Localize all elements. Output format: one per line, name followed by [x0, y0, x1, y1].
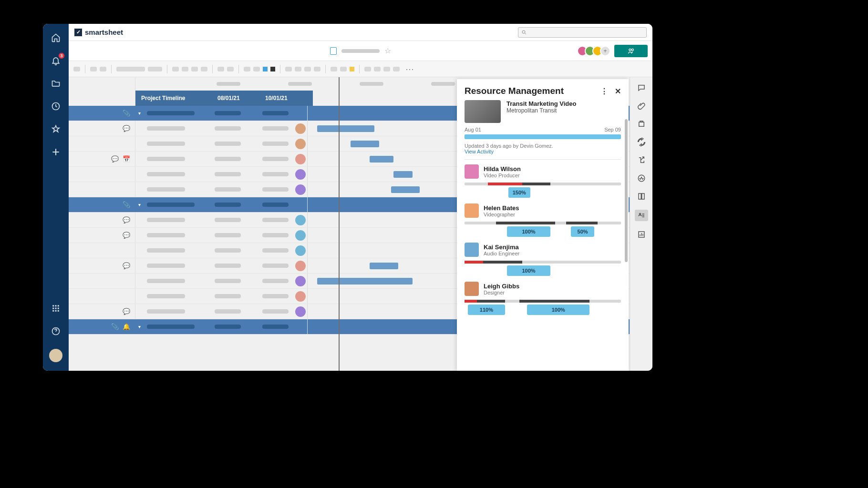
column-header[interactable]: 08/01/21	[212, 95, 259, 102]
folder-icon[interactable]	[51, 78, 61, 89]
assignee-avatar[interactable]	[295, 306, 306, 317]
update-requests-icon[interactable]	[637, 137, 646, 147]
assignee-avatar[interactable]	[295, 230, 306, 241]
cal-icon[interactable]: 📅	[123, 155, 130, 163]
collaborator-avatars[interactable]: +	[580, 46, 610, 56]
assignee-avatar[interactable]	[295, 261, 306, 271]
person-card: Kai SenjimaAudio Engineer100%	[465, 243, 621, 275]
comment-icon[interactable]: 💬	[111, 155, 119, 163]
gantt-bar[interactable]	[370, 156, 393, 163]
tool-button[interactable]	[331, 67, 337, 71]
assignee-avatar[interactable]	[295, 215, 306, 225]
tool-button[interactable]	[201, 67, 207, 71]
search-input[interactable]	[518, 27, 647, 38]
svg-rect-17	[641, 193, 644, 199]
create-icon[interactable]	[51, 147, 61, 157]
tool-button[interactable]	[227, 67, 234, 71]
tool-button[interactable]	[73, 67, 80, 71]
allocation-chip[interactable]: 100%	[527, 305, 589, 315]
favorites-icon[interactable]	[51, 124, 61, 134]
comment-icon[interactable]: 💬	[123, 216, 130, 224]
tool-button[interactable]	[172, 67, 179, 71]
work-insights-icon[interactable]	[637, 230, 646, 239]
allocation-chip[interactable]: 110%	[468, 305, 506, 315]
avatar-more[interactable]: +	[600, 46, 610, 56]
comment-icon[interactable]: 💬	[123, 125, 130, 132]
assignee-avatar[interactable]	[295, 169, 306, 180]
assignee-avatar[interactable]	[295, 184, 306, 195]
comment-icon[interactable]: 💬	[123, 308, 130, 315]
column-header[interactable]: Project Timeline	[135, 95, 212, 102]
person-name: Hilda Wilson	[484, 165, 521, 173]
gantt-bar[interactable]	[317, 278, 413, 285]
apps-icon[interactable]	[51, 303, 61, 314]
view-activity-link[interactable]: View Activity	[465, 149, 621, 154]
assignee-avatar[interactable]	[295, 123, 306, 134]
attach-icon[interactable]: 📎	[111, 323, 119, 330]
help-icon[interactable]	[51, 326, 61, 336]
assignee-avatar[interactable]	[295, 245, 306, 256]
star-icon[interactable]: ☆	[384, 46, 391, 55]
tool-button[interactable]	[364, 67, 371, 71]
assignee-avatar[interactable]	[295, 139, 306, 149]
tool-button[interactable]	[314, 67, 320, 71]
attachments-icon[interactable]	[637, 101, 646, 111]
publish-icon[interactable]	[637, 155, 646, 165]
tool-button[interactable]	[340, 67, 347, 71]
allocation-chip[interactable]: 50%	[571, 226, 594, 237]
column-header[interactable]: 10/01/21	[259, 95, 307, 102]
gantt-bar[interactable]	[351, 141, 379, 147]
comments-icon[interactable]	[637, 83, 646, 92]
allocation-chip[interactable]: 100%	[507, 265, 551, 276]
highlight-button[interactable]	[350, 67, 354, 71]
sheet-title-placeholder[interactable]	[341, 49, 380, 53]
tool-button[interactable]	[244, 67, 250, 71]
gantt-bar[interactable]	[391, 186, 420, 193]
recents-icon[interactable]	[51, 101, 61, 112]
activity-log-icon[interactable]	[637, 173, 646, 183]
tool-button[interactable]	[383, 67, 390, 71]
toolbar-overflow-button[interactable]: ⋯	[405, 64, 414, 74]
tool-button[interactable]	[148, 67, 162, 71]
home-icon[interactable]	[51, 32, 61, 43]
attach-icon[interactable]: 📎	[123, 201, 130, 208]
tool-button[interactable]	[393, 67, 400, 71]
tool-button[interactable]	[100, 67, 106, 71]
gantt-bar[interactable]	[393, 171, 413, 178]
tool-button[interactable]	[191, 67, 198, 71]
comment-icon[interactable]: 💬	[123, 262, 130, 269]
assignee-avatar[interactable]	[295, 154, 306, 164]
allocation-chip[interactable]: 100%	[507, 226, 551, 237]
panel-close-icon[interactable]: ✕	[615, 87, 621, 96]
attach-icon[interactable]: 📎	[123, 110, 130, 117]
tool-button[interactable]	[295, 67, 301, 71]
panel-scrollbar[interactable]	[625, 119, 628, 262]
share-button[interactable]	[614, 45, 648, 57]
allocation-chip[interactable]: 150%	[508, 187, 530, 198]
resource-management-icon[interactable]	[635, 210, 648, 221]
tool-button[interactable]	[374, 67, 381, 71]
comment-icon[interactable]: 💬	[123, 232, 130, 239]
tool-button[interactable]	[217, 67, 224, 71]
proofs-icon[interactable]	[637, 119, 646, 129]
user-avatar[interactable]	[49, 349, 62, 362]
person-card: Hilda WilsonVideo Producer150%	[465, 164, 621, 197]
panel-menu-icon[interactable]: ⋮	[600, 87, 608, 96]
today-indicator	[339, 77, 340, 371]
tool-button[interactable]	[253, 67, 260, 71]
assignee-avatar[interactable]	[295, 276, 306, 286]
tool-button[interactable]	[182, 67, 188, 71]
gantt-bar[interactable]	[317, 125, 374, 132]
brand[interactable]: ✓ smartsheet	[74, 28, 123, 36]
assignee-avatar[interactable]	[295, 291, 306, 302]
fill-color-button[interactable]	[263, 67, 268, 71]
gantt-bar[interactable]	[370, 263, 398, 269]
tool-button[interactable]	[304, 67, 311, 71]
tool-button[interactable]	[285, 67, 292, 71]
text-color-button[interactable]	[270, 67, 275, 71]
bell-icon[interactable]: 🔔	[123, 323, 130, 330]
summary-icon[interactable]	[637, 192, 646, 201]
tool-button[interactable]	[90, 67, 97, 71]
tool-button[interactable]	[116, 67, 145, 71]
notifications-icon[interactable]: 3	[51, 55, 61, 66]
